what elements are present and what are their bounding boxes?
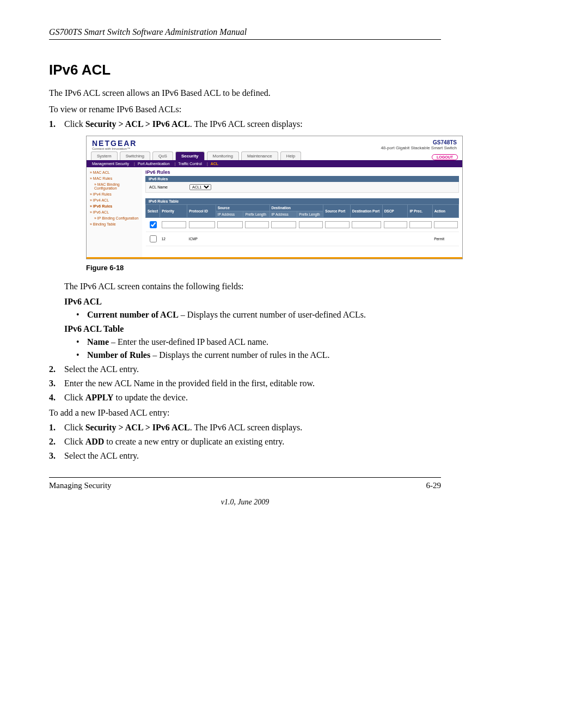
col-src-port: Source Port xyxy=(323,205,351,218)
main-tabs: System Switching QoS Security Monitoring… xyxy=(87,151,462,160)
running-header: GS700TS Smart Switch Software Administra… xyxy=(49,27,441,37)
intro-paragraph-1: The IPv6 ACL screen allows an IPv6 Based… xyxy=(49,87,441,99)
tab-qos[interactable]: QoS xyxy=(152,151,173,160)
side-mac-binding[interactable]: » MAC Binding Configuration xyxy=(90,181,139,191)
side-binding-table[interactable]: » Binding Table xyxy=(90,221,139,227)
tab-system[interactable]: System xyxy=(91,151,118,160)
table-row-editable xyxy=(146,218,459,232)
row-protocol-input[interactable] xyxy=(189,221,215,228)
netgear-tagline: Connect with Innovation™ xyxy=(92,147,137,150)
col-protocol: Protocol ID xyxy=(187,205,216,218)
col-select: Select xyxy=(146,205,160,218)
figure-caption: Figure 6-18 xyxy=(86,264,441,272)
side-ipv6-acl[interactable]: » IPv6 ACL xyxy=(90,209,139,215)
panel-ipv6-rules-head: IPv6 Rules xyxy=(145,176,459,182)
row-src-plen-input[interactable] xyxy=(245,221,269,228)
col-source: Source xyxy=(216,205,270,211)
side-mac-acl[interactable]: » MAC ACL xyxy=(90,169,139,175)
col-destination: Destination xyxy=(270,205,323,211)
col-dscp: DSCP xyxy=(382,205,408,218)
step-3: 3.Enter the new ACL Name in the provided… xyxy=(64,379,441,388)
side-nav: » MAC ACL » MAC Rules » MAC Binding Conf… xyxy=(87,167,142,257)
col-src-ip: IP Address xyxy=(216,211,243,218)
after-figure-text: The IPv6 ACL screen contains the followi… xyxy=(64,281,441,293)
bullet-name: Name – Enter the user-defined IP based A… xyxy=(76,337,441,347)
subsection-ipv6-acl: IPv6 ACL xyxy=(64,297,441,307)
step-1: 1. Click Security > ACL > IPv6 ACL. The … xyxy=(64,119,441,360)
row2-priority: 12 xyxy=(160,232,187,246)
row-dst-plen-input[interactable] xyxy=(299,221,323,228)
tab-maintenance[interactable]: Maintenance xyxy=(241,151,278,160)
side-ip-binding[interactable]: » IP Binding Configuration xyxy=(90,215,139,221)
bullet-number-of-rules: Number of Rules – Displays the current n… xyxy=(76,350,441,360)
subnav-mgmt-security[interactable]: Management Security xyxy=(92,162,129,166)
main-panel-title: IPv6 Rules xyxy=(145,169,459,175)
step-1-post: . The IPv6 ACL screen displays: xyxy=(190,119,303,129)
row-dst-ip-input[interactable] xyxy=(271,221,296,228)
tab-monitoring[interactable]: Monitoring xyxy=(207,151,239,160)
row-priority-input[interactable] xyxy=(162,221,187,228)
panel-rules-table-head: IPv6 Rules Table xyxy=(145,198,459,204)
side-ipv6-rules[interactable]: » IPv6 Rules xyxy=(90,203,139,209)
acl-name-label: ACL Name xyxy=(149,185,168,189)
footer-left: Managing Security xyxy=(49,481,112,490)
subnav-port-auth[interactable]: Port Authentication xyxy=(138,162,170,166)
subnav-acl[interactable]: ACL xyxy=(211,162,218,166)
model-number: GS748TS xyxy=(381,139,457,145)
step-1-bold: Security > ACL > IPv6 ACL xyxy=(85,119,190,129)
row-src-ip-input[interactable] xyxy=(217,221,242,228)
version-line: v1.0, June 2009 xyxy=(49,498,441,507)
page-title: IPv6 ACL xyxy=(49,62,441,78)
row-dst-port-input[interactable] xyxy=(352,221,381,228)
tab-help[interactable]: Help xyxy=(280,151,301,160)
row-src-port-input[interactable] xyxy=(325,221,350,228)
row-ip-prec-input[interactable] xyxy=(409,221,432,228)
netgear-logo: NETGEAR xyxy=(92,139,137,147)
orange-footer-bar xyxy=(87,257,462,259)
side-mac-rules[interactable]: » MAC Rules xyxy=(90,175,139,181)
logout-button[interactable]: LOGOUT xyxy=(432,154,458,160)
col-ip-prec: IP Prec. xyxy=(408,205,432,218)
side-ipv4-acl[interactable]: » IPv4 ACL xyxy=(90,197,139,203)
subsection-ipv6-acl-table: IPv6 ACL Table xyxy=(64,324,441,334)
row2-select-checkbox[interactable] xyxy=(150,235,157,242)
tab-switching[interactable]: Switching xyxy=(120,151,150,160)
figure-screenshot: NETGEAR Connect with Innovation™ GS748TS… xyxy=(86,136,463,259)
add-entry-intro: To add a new IP-based ACL entry: xyxy=(49,407,441,419)
side-ipv4-rules[interactable]: » IPv4 Rules xyxy=(90,191,139,197)
row-action-input[interactable] xyxy=(434,221,458,228)
step-4: 4.Click APPLY to update the device. xyxy=(64,393,441,403)
sub-nav-bar: Management Security| Port Authentication… xyxy=(87,160,462,167)
col-priority: Priority xyxy=(160,205,187,218)
add-step-2: 2.Click ADD to create a new entry or dup… xyxy=(64,437,441,447)
step-1-pre: Click xyxy=(64,119,85,129)
header-rule xyxy=(49,39,441,40)
tab-security[interactable]: Security xyxy=(175,151,205,160)
col-action: Action xyxy=(432,205,458,218)
add-step-1: 1.Click Security > ACL > IPv6 ACL. The I… xyxy=(64,423,441,433)
rules-table: Select Priority Protocol ID Source Desti… xyxy=(145,204,459,246)
row-select-checkbox[interactable] xyxy=(150,221,157,228)
intro-paragraph-2: To view or rename IPv6 Based ACLs: xyxy=(49,104,441,115)
acl-name-select[interactable]: ACL1 xyxy=(189,184,211,190)
model-desc: 48-port Gigabit Stackable Smart Switch xyxy=(381,145,457,150)
col-dst-plen: Prefix Length xyxy=(297,211,323,218)
bullet-current-number: Current number of ACL – Displays the cur… xyxy=(76,310,441,320)
row2-action: Permit xyxy=(432,232,458,246)
col-dst-ip: IP Address xyxy=(270,211,297,218)
footer-right: 6-29 xyxy=(426,481,442,490)
add-step-3: 3.Select the ACL entry. xyxy=(64,451,441,461)
col-src-plen: Prefix Length xyxy=(243,211,270,218)
footer-rule xyxy=(49,477,441,478)
row-dscp-input[interactable] xyxy=(384,221,407,228)
table-row: 12 ICMP Permit xyxy=(146,232,459,246)
step-2: 2.Select the ACL entry. xyxy=(64,364,441,374)
col-dst-port: Destination Port xyxy=(350,205,382,218)
subnav-traffic-control[interactable]: Traffic Control xyxy=(178,162,202,166)
row2-protocol: ICMP xyxy=(187,232,216,246)
panel-ipv6-rules-body: ACL Name ACL1 xyxy=(145,182,459,193)
